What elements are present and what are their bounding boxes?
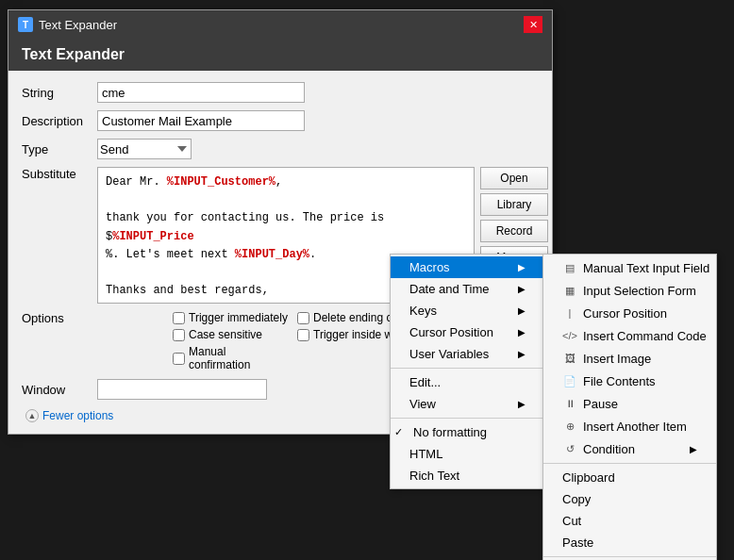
menu-item-cursor-pos[interactable]: | Cursor Position [543,302,716,324]
fewer-options-label: Fewer options [42,409,113,422]
cursor-pos-label: Cursor Position [583,306,667,321]
menu-item-paste[interactable]: Paste [543,532,716,553]
menu-item-html[interactable]: HTML [391,443,544,465]
separator-1 [391,368,544,369]
menu-item-pause[interactable]: ⏸ Pause [543,392,716,415]
file-contents-label: File Contents [583,374,656,388]
open-button[interactable]: Open [480,167,548,189]
insert-command-label: Insert Command Code [583,329,707,343]
type-select[interactable]: Send Clipboard [97,139,192,159]
menu-item-rich-text[interactable]: Rich Text [391,465,544,486]
cursor-position-label: Cursor Position [409,325,493,339]
user-variables-arrow-icon: ▶ [510,349,525,359]
menu-item-file-contents[interactable]: 📄 File Contents [543,370,716,392]
view-label: View [409,397,436,411]
library-button[interactable]: Library [480,193,548,216]
file-icon: 📄 [562,373,577,388]
description-label: Description [22,114,97,128]
macros-label: Macros [409,260,450,274]
macros-menu: Macros ▶ Date and Time ▶ Keys ▶ Cursor P… [390,254,545,489]
insert-image-label: Insert Image [583,352,651,366]
menu-item-cursor-position[interactable]: Cursor Position ▶ [391,321,544,343]
checkbox-manual-confirm-label: Manual confirmation [189,345,290,371]
checkbox-manual-confirm-input[interactable] [173,353,185,365]
menu-item-cut[interactable]: Cut [543,510,716,532]
view-arrow-icon: ▶ [510,399,525,409]
keys-arrow-icon: ▶ [510,305,525,316]
insert-another-label: Insert Another Item [583,420,687,434]
title-bar: T Text Expander ✕ [8,10,552,39]
title-bar-left: T Text Expander [18,17,117,32]
menu-item-keys[interactable]: Keys ▶ [391,300,544,321]
cursor-icon: | [562,305,577,321]
paste-label: Paste [562,535,593,550]
cut-label: Cut [562,514,581,528]
close-button[interactable]: ✕ [524,16,542,33]
image-icon: 🖼 [562,351,577,366]
menu-item-insert-command[interactable]: </> Insert Command Code [543,324,716,347]
record-button[interactable]: Record [480,220,548,242]
separator-right-1 [543,463,716,464]
condition-arrow-icon: ▶ [682,444,697,454]
menu-item-insert-image[interactable]: 🖼 Insert Image [543,347,716,370]
menu-item-date-time[interactable]: Date and Time ▶ [391,278,544,300]
menu-item-user-variables[interactable]: User Variables ▶ [391,343,544,365]
dialog-header: Text Expander [8,39,552,71]
copy-label: Copy [562,492,591,506]
checkbox-trigger-inside-input[interactable] [297,329,309,341]
menu-item-manual-text[interactable]: ▤ Manual Text Input Field [543,256,716,279]
checkbox-case-sensitive-label: Case sensitive [189,328,262,341]
edit-label: Edit... [409,375,441,389]
right-submenu: ▤ Manual Text Input Field ▦ Input Select… [542,254,717,560]
menu-item-copy[interactable]: Copy [543,488,716,510]
menu-item-input-selection[interactable]: ▦ Input Selection Form [543,279,716,302]
menu-item-clipboard[interactable]: Clipboard [543,467,716,488]
pause-icon: ⏸ [562,396,577,411]
date-time-arrow-icon: ▶ [510,284,525,294]
condition-label: Condition [583,442,635,456]
app-icon: T [18,17,33,32]
type-row: Type Send Clipboard [22,139,539,159]
substitute-label: Substitute [22,167,97,181]
checkbox-trigger-immediately-label: Trigger immediately [189,311,288,324]
description-input[interactable] [97,110,305,131]
no-formatting-label: No formatting [413,425,487,439]
html-label: HTML [409,447,442,461]
checkbox-case-sensitive[interactable]: Case sensitive [173,328,290,341]
menu-item-condition[interactable]: ↺ Condition ▶ [543,437,716,460]
window-input[interactable] [97,379,267,400]
description-row: Description [22,110,539,131]
options-label: Options [22,311,97,325]
insert-icon: ⊕ [562,419,577,434]
input-selection-label: Input Selection Form [583,284,696,298]
user-variables-label: User Variables [409,347,489,361]
checkbox-manual-confirm[interactable]: Manual confirmation [173,345,290,371]
manual-text-label: Manual Text Input Field [583,261,709,275]
code-icon: </> [562,328,577,343]
checkbox-delete-ending-input[interactable] [297,312,309,324]
macros-arrow-icon: ▶ [510,262,525,272]
menu-item-view[interactable]: View ▶ [391,393,544,415]
menu-item-no-formatting[interactable]: No formatting [391,421,544,443]
string-row: String [22,82,539,103]
checkbox-trigger-immediately[interactable]: Trigger immediately [173,311,290,324]
pause-label: Pause [583,397,618,411]
form-icon: ▦ [562,283,577,298]
window-label: Window [22,383,97,397]
checkbox-trigger-immediately-input[interactable] [173,312,185,324]
menu-item-insert-another[interactable]: ⊕ Insert Another Item [543,415,716,437]
checkbox-case-sensitive-input[interactable] [173,329,185,341]
separator-right-2 [543,556,716,557]
cursor-position-arrow-icon: ▶ [510,327,525,338]
window-title: Text Expander [39,18,117,32]
menu-item-edit[interactable]: Edit... [391,371,544,393]
date-time-label: Date and Time [409,282,490,296]
string-label: String [22,86,97,100]
string-input[interactable] [97,82,305,103]
rich-text-label: Rich Text [409,469,459,483]
separator-2 [391,418,544,419]
condition-icon: ↺ [562,441,577,456]
menu-item-macros[interactable]: Macros ▶ [391,256,544,278]
type-label: Type [22,142,97,156]
clipboard-label: Clipboard [562,470,615,485]
